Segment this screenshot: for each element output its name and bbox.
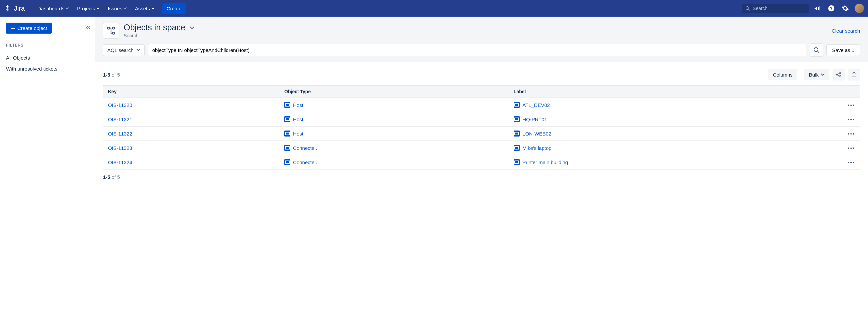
create-object-button[interactable]: Create object xyxy=(6,23,52,34)
aql-mode-dropdown[interactable]: AQL search xyxy=(103,44,145,56)
user-avatar[interactable] xyxy=(855,4,864,13)
col-type[interactable]: Object Type xyxy=(280,86,509,98)
share-icon xyxy=(836,72,842,77)
col-actions xyxy=(843,86,860,98)
object-type-link[interactable]: Connecte... xyxy=(293,145,319,151)
toolbar-divider xyxy=(801,70,801,79)
svg-point-11 xyxy=(840,75,841,77)
object-key-link[interactable]: OIS-11323 xyxy=(108,145,132,151)
share-button[interactable] xyxy=(833,69,845,80)
columns-button[interactable]: Columns xyxy=(768,69,797,80)
svg-rect-5 xyxy=(113,27,115,29)
filter-all-objects[interactable]: All Objects xyxy=(6,52,89,63)
aql-query-input[interactable] xyxy=(148,44,807,56)
object-type-link[interactable]: Host xyxy=(293,131,303,136)
object-type-icon xyxy=(284,145,290,151)
results-content: 1-5 of 5 Columns Bulk xyxy=(95,62,868,327)
chevron-down-icon xyxy=(151,7,155,9)
object-type-icon xyxy=(284,102,290,108)
chevron-down-icon[interactable] xyxy=(189,26,195,29)
svg-point-10 xyxy=(840,72,841,74)
bulk-label: Bulk xyxy=(809,72,819,77)
table-row: OIS-11322HostLON-WEB02••• xyxy=(103,127,860,141)
global-search-input[interactable] xyxy=(753,6,805,11)
object-label-icon xyxy=(514,159,520,165)
jira-logo-text: Jira xyxy=(14,5,25,12)
nav-projects[interactable]: Projects xyxy=(74,4,103,13)
search-row: AQL search Save as... xyxy=(95,43,868,62)
filter-unresolved-tickets[interactable]: With unresolved tickets xyxy=(6,63,89,74)
object-label-link[interactable]: Printer main building xyxy=(522,160,568,165)
plus-icon xyxy=(11,26,16,31)
bulk-button[interactable]: Bulk xyxy=(804,69,829,80)
svg-point-9 xyxy=(836,74,838,75)
chevron-down-icon xyxy=(136,48,140,51)
object-key-link[interactable]: OIS-11324 xyxy=(108,160,132,165)
object-label-link[interactable]: Mike's laptop xyxy=(522,145,551,151)
object-type-icon xyxy=(284,131,290,136)
object-label-link[interactable]: HQ-PRT01 xyxy=(522,117,547,122)
row-actions-button[interactable]: ••• xyxy=(843,155,860,169)
svg-line-13 xyxy=(838,75,840,76)
nav-dashboards[interactable]: Dashboards xyxy=(34,4,72,13)
search-icon xyxy=(813,47,819,53)
table-row: OIS-11323Connecte...Mike's laptop••• xyxy=(103,141,860,155)
global-search[interactable] xyxy=(742,4,809,13)
object-label-link[interactable]: LON-WEB02 xyxy=(522,131,551,136)
help-icon[interactable]: ? xyxy=(827,4,836,13)
object-type-link[interactable]: Host xyxy=(293,102,303,108)
object-label-link[interactable]: ATL_DEV02 xyxy=(522,102,550,108)
clear-search-link[interactable]: Clear search xyxy=(832,28,860,34)
main-content: Objects in space Search Clear search AQL… xyxy=(95,17,868,327)
top-navigation: Jira Dashboards Projects Issues Assets C… xyxy=(0,0,868,17)
svg-line-1 xyxy=(749,9,750,11)
settings-icon[interactable] xyxy=(841,4,850,13)
svg-line-8 xyxy=(818,51,819,53)
object-key-link[interactable]: OIS-11320 xyxy=(108,102,132,108)
save-as-button[interactable]: Save as... xyxy=(826,44,860,56)
object-label-icon xyxy=(514,116,520,122)
nav-projects-label: Projects xyxy=(77,6,95,11)
jira-logo[interactable]: Jira xyxy=(4,4,25,12)
search-icon xyxy=(745,6,750,11)
nav-dashboards-label: Dashboards xyxy=(37,6,64,11)
jira-logo-icon xyxy=(4,4,12,12)
search-button[interactable] xyxy=(810,43,823,57)
page-subtitle: Search xyxy=(124,33,832,38)
col-key[interactable]: Key xyxy=(103,86,280,98)
sidebar: Create object FILTERS All Objects With u… xyxy=(0,17,95,327)
announce-icon[interactable] xyxy=(813,4,822,13)
object-key-link[interactable]: OIS-11322 xyxy=(108,131,132,136)
row-actions-button[interactable]: ••• xyxy=(843,127,860,141)
results-count-top: 1-5 of 5 xyxy=(103,72,120,77)
svg-line-12 xyxy=(838,73,840,74)
nav-issues-label: Issues xyxy=(108,6,122,11)
object-type-icon xyxy=(284,116,290,122)
row-actions-button[interactable]: ••• xyxy=(843,98,860,112)
nav-items: Dashboards Projects Issues Assets Create xyxy=(34,3,186,14)
svg-rect-4 xyxy=(108,27,110,29)
filters-heading: FILTERS xyxy=(6,43,89,47)
results-table: Key Object Type Label OIS-11320HostATL_D… xyxy=(103,85,860,169)
object-label-icon xyxy=(514,102,520,108)
chevron-down-icon xyxy=(821,73,825,76)
object-key-link[interactable]: OIS-11321 xyxy=(108,117,132,122)
row-actions-button[interactable]: ••• xyxy=(843,141,860,155)
page-header: Objects in space Search Clear search xyxy=(95,17,868,43)
export-icon xyxy=(851,72,857,77)
chevron-down-icon xyxy=(66,7,69,9)
chevron-down-icon xyxy=(96,7,100,9)
row-actions-button[interactable]: ••• xyxy=(843,112,860,127)
page-title: Objects in space xyxy=(124,23,185,32)
svg-rect-6 xyxy=(113,32,115,34)
nav-issues[interactable]: Issues xyxy=(104,4,130,13)
collapse-sidebar-icon[interactable] xyxy=(85,25,91,31)
object-type-link[interactable]: Connecte... xyxy=(293,160,319,165)
table-row: OIS-11320HostATL_DEV02••• xyxy=(103,98,860,112)
nav-assets[interactable]: Assets xyxy=(132,4,158,13)
table-row: OIS-11324Connecte...Printer main buildin… xyxy=(103,155,860,169)
col-label[interactable]: Label xyxy=(509,86,843,98)
export-button[interactable] xyxy=(848,69,860,80)
create-button[interactable]: Create xyxy=(162,3,186,14)
object-type-link[interactable]: Host xyxy=(293,117,303,122)
